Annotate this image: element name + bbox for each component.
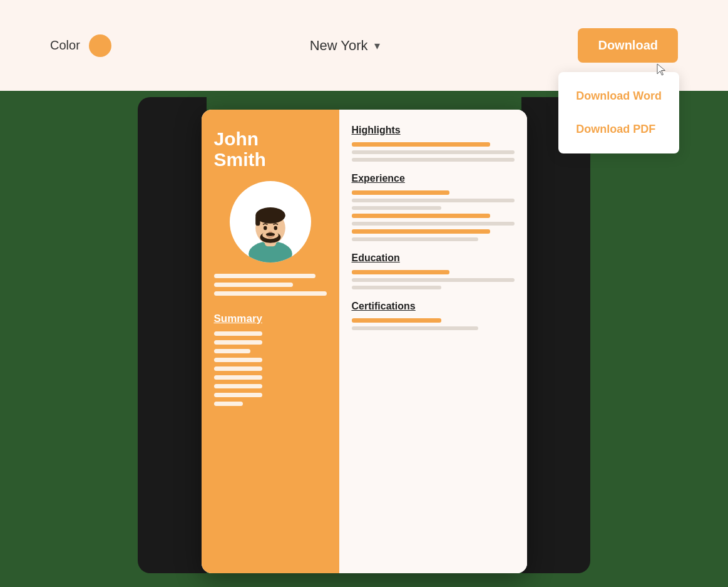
svg-point-8 bbox=[274, 226, 277, 230]
certifications-title: Certifications bbox=[352, 301, 515, 312]
summary-line-1 bbox=[214, 331, 262, 336]
edu-text-2 bbox=[352, 286, 441, 289]
chevron-down-icon: ▾ bbox=[374, 39, 380, 53]
edu-text-1 bbox=[352, 278, 515, 282]
education-title: Education bbox=[352, 252, 515, 264]
summary-line-9 bbox=[214, 402, 243, 406]
edu-bar-1 bbox=[352, 270, 449, 274]
left-summary-section: Summary bbox=[214, 310, 262, 410]
color-section: Color bbox=[50, 34, 111, 57]
color-label: Color bbox=[50, 38, 80, 53]
exp-text-4 bbox=[352, 237, 479, 241]
resume-preview: John Smith bbox=[202, 110, 527, 573]
summary-line-8 bbox=[214, 393, 262, 397]
highlight-bar-1 bbox=[352, 142, 490, 147]
cert-text-1 bbox=[352, 326, 479, 330]
download-pdf-item[interactable]: Download PDF bbox=[558, 113, 679, 146]
svg-point-7 bbox=[264, 226, 267, 230]
exp-text-1 bbox=[352, 199, 515, 202]
svg-point-10 bbox=[265, 232, 275, 236]
phone-frame-right bbox=[521, 97, 590, 573]
summary-line-6 bbox=[214, 375, 262, 380]
info-line-2 bbox=[214, 283, 293, 287]
exp-bar-2 bbox=[352, 214, 490, 218]
exp-text-2 bbox=[352, 206, 441, 210]
exp-bar-3 bbox=[352, 229, 490, 234]
exp-bar-1 bbox=[352, 190, 449, 195]
resume-right-panel: Highlights Experience Education Certific… bbox=[339, 110, 527, 573]
info-line-3 bbox=[214, 291, 327, 296]
template-name: New York bbox=[310, 38, 368, 54]
resume-name: John Smith bbox=[214, 128, 266, 170]
svg-rect-4 bbox=[255, 216, 260, 226]
summary-line-3 bbox=[214, 349, 250, 353]
cert-bar-1 bbox=[352, 318, 441, 323]
exp-text-3 bbox=[352, 222, 515, 226]
download-word-item[interactable]: Download Word bbox=[558, 80, 679, 113]
text-line-1 bbox=[352, 150, 515, 154]
experience-section: Experience bbox=[352, 173, 515, 241]
summary-line-2 bbox=[214, 340, 262, 345]
summary-line-4 bbox=[214, 358, 262, 362]
phone-frame-left bbox=[138, 97, 207, 573]
summary-line-5 bbox=[214, 366, 262, 371]
color-swatch[interactable] bbox=[89, 34, 111, 57]
summary-title: Summary bbox=[214, 313, 262, 325]
summary-line-7 bbox=[214, 384, 262, 388]
certifications-section: Certifications bbox=[352, 301, 515, 330]
highlights-section: Highlights bbox=[352, 125, 515, 162]
education-section: Education bbox=[352, 252, 515, 289]
download-dropdown: Download Word Download PDF bbox=[558, 72, 679, 153]
contact-info-lines bbox=[214, 274, 327, 300]
experience-title: Experience bbox=[352, 173, 515, 184]
info-line-1 bbox=[214, 274, 315, 278]
summary-lines bbox=[214, 331, 262, 406]
resume-left-panel: John Smith bbox=[202, 110, 339, 573]
download-button[interactable]: Download bbox=[578, 28, 678, 63]
avatar bbox=[230, 181, 311, 262]
highlights-title: Highlights bbox=[352, 125, 515, 136]
template-selector[interactable]: New York ▾ bbox=[310, 38, 380, 54]
text-line-2 bbox=[352, 158, 515, 162]
